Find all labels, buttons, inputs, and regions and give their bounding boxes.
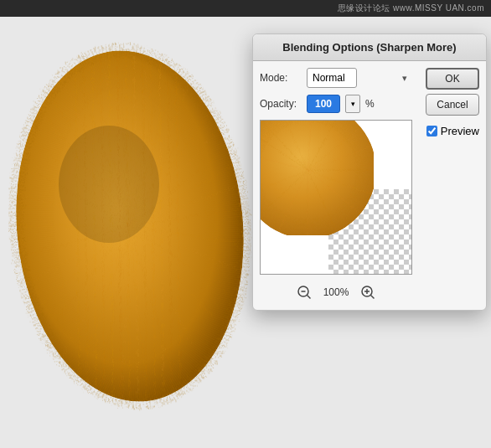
dialog-content: Mode: Normal Dissolve Multiply Screen Ov… <box>253 61 486 310</box>
zoom-level: 100% <box>323 286 349 298</box>
preview-label: Preview <box>441 125 479 137</box>
watermark-text: 思缘设计论坛 www.MISSY UAN.com <box>338 3 484 14</box>
mode-label: Mode: <box>260 72 302 84</box>
zoom-in-button[interactable] <box>359 283 377 301</box>
preview-checkbox[interactable] <box>426 126 437 136</box>
dialog-left-panel: Mode: Normal Dissolve Multiply Screen Ov… <box>253 61 419 310</box>
mode-row: Mode: Normal Dissolve Multiply Screen Ov… <box>260 68 412 88</box>
mode-select[interactable]: Normal Dissolve Multiply Screen Overlay <box>307 68 357 88</box>
canvas-area: Blending Options (Sharpen More) Mode: No… <box>0 17 491 448</box>
svg-line-80 <box>307 296 310 299</box>
svg-line-84 <box>371 296 375 299</box>
opacity-row: Opacity: 100 ▾ % <box>260 95 412 113</box>
cancel-button[interactable]: Cancel <box>426 94 479 116</box>
opacity-input[interactable]: 100 <box>307 95 340 113</box>
opacity-dropdown-btn[interactable]: ▾ <box>345 95 360 113</box>
svg-point-57 <box>59 126 159 243</box>
zoom-row: 100% <box>260 280 412 305</box>
watermark-bar: 思缘设计论坛 www.MISSY UAN.com <box>0 0 491 17</box>
opacity-label: Opacity: <box>260 98 302 110</box>
dialog-title: Blending Options (Sharpen More) <box>282 41 456 54</box>
preview-fur-image <box>261 121 374 235</box>
mode-select-wrapper: Normal Dissolve Multiply Screen Overlay <box>307 68 412 88</box>
dialog-titlebar: Blending Options (Sharpen More) <box>253 34 486 61</box>
blending-options-dialog: Blending Options (Sharpen More) Mode: No… <box>252 33 487 311</box>
preview-row: Preview <box>426 125 479 137</box>
percent-label: % <box>365 98 375 110</box>
dialog-right-panel: OK Cancel Preview <box>419 61 486 310</box>
ok-button[interactable]: OK <box>426 68 479 90</box>
preview-area <box>260 120 412 275</box>
zoom-out-button[interactable] <box>295 283 313 301</box>
furry-blob <box>8 33 268 419</box>
